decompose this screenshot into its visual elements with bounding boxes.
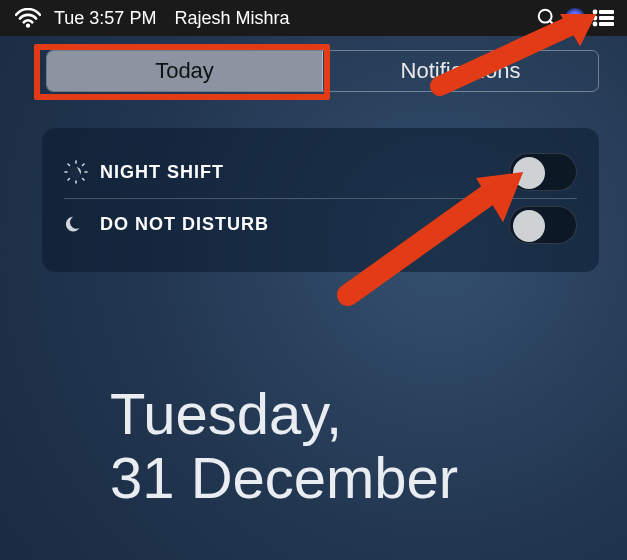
menubar-user[interactable]: Rajesh Mishra [174,8,289,29]
tab-today[interactable]: Today [47,51,323,91]
svg-point-3 [565,8,585,28]
svg-line-18 [83,164,85,166]
nc-tabs: Today Notifications [46,50,599,92]
svg-point-8 [593,22,598,27]
tab-notifications[interactable]: Notifications [323,51,598,91]
siri-icon[interactable] [561,0,589,36]
svg-rect-9 [599,22,614,26]
menubar-datetime[interactable]: Tue 3:57 PM [54,8,156,29]
svg-point-6 [593,16,598,21]
today-date-line1: Tuesday, [110,382,458,446]
today-date-line2: 31 December [110,446,458,510]
wifi-icon[interactable] [14,0,42,36]
do-not-disturb-row: DO NOT DISTURB [64,198,577,250]
notification-center-icon[interactable] [589,0,617,36]
do-not-disturb-toggle[interactable] [509,206,577,244]
menu-bar: Tue 3:57 PM Rajesh Mishra [0,0,627,36]
svg-rect-5 [599,10,614,14]
quick-settings-card: NIGHT SHIFT DO NOT DISTURB [42,128,599,272]
do-not-disturb-label: DO NOT DISTURB [100,214,509,235]
svg-rect-7 [599,16,614,20]
night-shift-row: NIGHT SHIFT [64,146,577,198]
search-icon[interactable] [533,0,561,36]
night-shift-label: NIGHT SHIFT [100,162,509,183]
svg-line-17 [68,179,70,181]
night-shift-icon [64,160,100,184]
svg-line-2 [550,21,556,27]
today-date: Tuesday, 31 December [110,382,458,510]
svg-point-4 [593,10,598,15]
svg-line-16 [83,179,85,181]
night-shift-toggle[interactable] [509,153,577,191]
svg-line-15 [68,164,70,166]
moon-icon [64,214,100,236]
svg-point-0 [26,23,30,27]
